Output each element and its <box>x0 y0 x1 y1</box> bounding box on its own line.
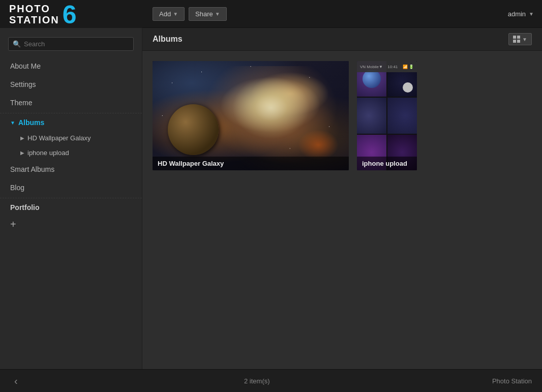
share-arrow-icon: ▼ <box>215 11 220 17</box>
sidebar-item-theme[interactable]: Theme <box>0 94 142 112</box>
albums-grid: HD Wallpaper Galaxy VN Mobile▼ 10:41 📶 🔋 <box>142 51 542 369</box>
logo-area: PHOTO STATION 6 <box>0 0 142 28</box>
grid-icon <box>513 36 520 43</box>
sidebar-item-label: About Me <box>10 62 41 70</box>
content-header: Albums ▼ <box>142 28 542 51</box>
iphone-status-bar: VN Mobile▼ 10:41 📶 🔋 <box>357 61 417 72</box>
iphone-upload-expand-icon: ▶ <box>20 150 24 156</box>
footer: ‹ 2 item(s) Photo Station <box>0 369 542 392</box>
item-count: 2 item(s) <box>244 377 270 385</box>
sidebar-item-blog[interactable]: Blog <box>0 178 142 197</box>
page-title: Albums <box>153 35 183 44</box>
footer-brand: Photo Station <box>492 377 532 385</box>
sidebar-divider-1 <box>0 113 142 113</box>
iphone-planet <box>363 70 381 88</box>
sidebar-item-label: Smart Albums <box>10 165 54 173</box>
portfolio-label: Portfolio <box>10 203 40 212</box>
add-icon: + <box>10 219 16 230</box>
admin-menu[interactable]: admin ▼ <box>508 10 534 18</box>
album-card-iphone-upload[interactable]: VN Mobile▼ 10:41 📶 🔋 <box>357 61 417 170</box>
galaxy-planet <box>168 104 219 155</box>
share-button[interactable]: Share ▼ <box>189 7 227 21</box>
logo-six: 6 <box>63 2 77 27</box>
search-icon: 🔍 <box>13 40 21 48</box>
albums-label: Albums <box>18 118 44 127</box>
iphone-cell-nebula <box>387 98 417 133</box>
search-wrap: 🔍 <box>0 33 142 57</box>
iphone-cell-galaxy <box>357 98 386 133</box>
content-area: Albums ▼ <box>142 28 542 369</box>
sidebar-item-smart-albums[interactable]: Smart Albums <box>0 160 142 178</box>
album-thumbnail-iphone: VN Mobile▼ 10:41 📶 🔋 <box>357 61 417 170</box>
sidebar-portfolio-section: Portfolio <box>0 199 142 216</box>
sidebar-sub-item-label: iphone upload <box>27 149 69 157</box>
sidebar-sub-item-label: HD Wallpaper Galaxy <box>27 134 91 142</box>
view-controls: ▼ <box>508 33 532 45</box>
album-thumbnail-galaxy <box>153 61 349 170</box>
album-card-hd-wallpaper[interactable]: HD Wallpaper Galaxy <box>153 61 349 170</box>
prev-arrow-icon: ‹ <box>14 375 18 386</box>
sidebar-item-hd-wallpaper[interactable]: ▶ HD Wallpaper Galaxy <box>0 131 142 145</box>
prev-button[interactable]: ‹ <box>10 373 22 389</box>
sidebar-item-label: Settings <box>10 80 36 88</box>
sidebar-add-button[interactable]: + <box>0 216 26 233</box>
sidebar-divider-2 <box>0 198 142 198</box>
battery-label: 📶 🔋 <box>403 65 414 69</box>
album-label-iphone-upload: iphone upload <box>357 157 417 170</box>
view-dropdown-arrow: ▼ <box>522 37 527 42</box>
carrier-label: VN Mobile▼ <box>360 65 383 69</box>
time-label: 10:41 <box>387 65 398 69</box>
album-label-hd-wallpaper: HD Wallpaper Galaxy <box>153 157 349 170</box>
add-arrow-icon: ▼ <box>173 11 178 17</box>
topbar: PHOTO STATION 6 Add ▼ Share ▼ admin ▼ <box>0 0 542 28</box>
main-layout: 🔍 About Me Settings Theme ▼ Albums ▶ HD … <box>0 28 542 369</box>
topbar-actions: Add ▼ Share ▼ <box>142 7 508 21</box>
sidebar-item-settings[interactable]: Settings <box>0 75 142 94</box>
iphone-grid: VN Mobile▼ 10:41 📶 🔋 <box>357 61 417 170</box>
sidebar-albums-section[interactable]: ▼ Albums <box>0 114 142 131</box>
add-button[interactable]: Add ▼ <box>153 7 185 21</box>
sidebar-nav: About Me Settings Theme ▼ Albums ▶ HD Wa… <box>0 57 142 364</box>
logo-station: STATION <box>9 14 59 25</box>
grid-view-button[interactable]: ▼ <box>508 33 532 45</box>
sidebar-item-label: Blog <box>10 184 24 192</box>
search-input[interactable] <box>24 40 129 48</box>
admin-arrow-icon: ▼ <box>529 11 534 17</box>
sidebar: 🔍 About Me Settings Theme ▼ Albums ▶ HD … <box>0 28 142 369</box>
logo-photo: PHOTO <box>9 3 59 14</box>
iphone-person <box>403 82 413 93</box>
search-input-wrap[interactable]: 🔍 <box>8 37 134 51</box>
sidebar-item-label: Theme <box>10 99 33 107</box>
sidebar-item-about-me[interactable]: About Me <box>0 57 142 75</box>
galaxy-cloud <box>298 130 339 160</box>
sidebar-item-iphone-upload[interactable]: ▶ iphone upload <box>0 145 142 160</box>
admin-label: admin <box>508 10 526 18</box>
hd-wallpaper-expand-icon: ▶ <box>20 135 24 141</box>
albums-collapse-icon: ▼ <box>10 120 15 126</box>
